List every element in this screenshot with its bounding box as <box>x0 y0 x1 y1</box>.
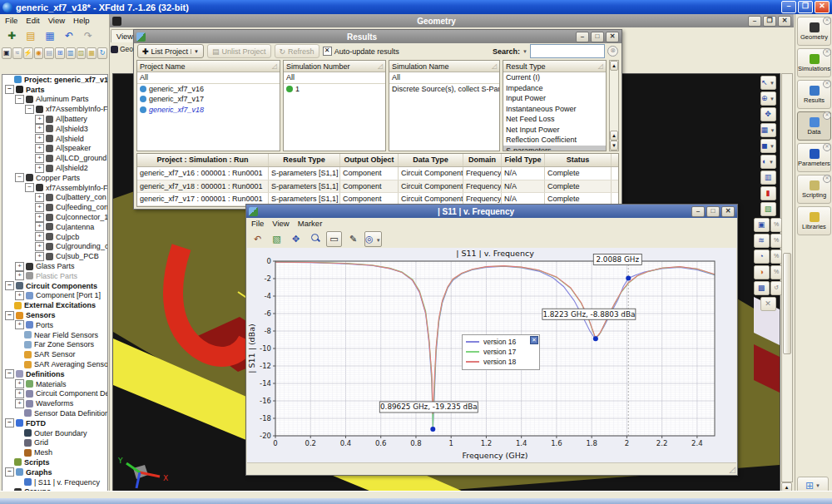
tree-item[interactable]: −xf7AssemblyInfo-Free... <box>2 183 107 193</box>
legend-close-icon[interactable]: ✕ <box>530 336 538 344</box>
sync-module-icon[interactable]: ↻ <box>97 47 107 59</box>
grid-toggle-icon[interactable]: ▩ <box>754 281 770 295</box>
tree-item[interactable]: +Materials <box>2 379 107 389</box>
tree-item[interactable]: +Cu|pcb <box>2 232 107 242</box>
tree-item[interactable]: +Waveforms <box>2 398 107 408</box>
tree-item[interactable]: +Glass Parts <box>2 261 107 271</box>
list-project-button[interactable]: ✚ List Project ▼ <box>137 44 204 58</box>
expand-icon[interactable]: + <box>15 271 24 280</box>
table-header-cell[interactable]: Project : Simulation : Run <box>137 154 269 166</box>
marker-point[interactable] <box>430 427 435 432</box>
tree-item[interactable]: −Copper Parts <box>2 173 107 183</box>
geometry-minimize-button[interactable]: – <box>748 16 761 27</box>
rect-zoom-icon[interactable]: ▭ <box>326 231 342 247</box>
filter-list-item[interactable]: generic_xf7_v16 <box>137 84 280 95</box>
tree-item[interactable]: +Al|speaker <box>2 144 107 154</box>
pan-plot-icon[interactable]: ✥ <box>288 231 304 247</box>
results-maximize-button[interactable]: □ <box>591 32 604 42</box>
tree-item[interactable]: −Parts <box>2 85 107 95</box>
sensors-module-icon[interactable]: ◉ <box>34 47 44 59</box>
tree-item[interactable]: +Al|shield2 <box>2 163 107 173</box>
zoom-plot-icon[interactable] <box>307 231 323 247</box>
dock-tab-libraries[interactable]: Libraries <box>797 206 831 235</box>
chevron-down-icon[interactable]: ▼ <box>191 49 199 54</box>
geometry-visibility-icon[interactable]: ▣ <box>754 218 770 232</box>
annotate-pencil-icon[interactable]: ✎ <box>345 231 361 247</box>
tree-item[interactable]: +Cu|feeding_conn... <box>2 202 107 212</box>
plot-minimize-button[interactable]: – <box>691 206 705 217</box>
filter-list-item[interactable]: Reflection Coefficient <box>503 135 606 146</box>
redo-icon[interactable]: ↷ <box>80 28 97 45</box>
expand-icon[interactable]: + <box>35 252 44 261</box>
filter-list-item[interactable]: Net Feed Loss <box>503 114 606 125</box>
dock-tab-parameters[interactable]: Parameters✕ <box>797 143 831 172</box>
expand-icon[interactable]: + <box>15 262 24 271</box>
tree-item[interactable]: +Component [Port 1] <box>2 291 107 301</box>
export-image-icon[interactable]: ▧ <box>269 231 285 247</box>
filter-scrollbar[interactable]: ▴▴▾ <box>609 60 619 151</box>
collapse-icon[interactable]: − <box>5 369 14 378</box>
dock-tab-results[interactable]: Results✕ <box>797 80 831 109</box>
dock-tab-simulations[interactable]: Simulations✕ <box>797 48 831 77</box>
expand-icon[interactable]: + <box>35 154 44 163</box>
circuit-module-icon[interactable]: ≈ <box>12 47 22 59</box>
menu-item-marker[interactable]: Marker <box>298 219 323 230</box>
filter-header[interactable]: Result Type◿ <box>503 61 606 72</box>
filter-header[interactable]: Simulation Number◿ <box>284 61 385 72</box>
filter-list-item[interactable]: All <box>284 72 385 84</box>
results-close-button[interactable]: ✕ <box>606 32 619 42</box>
tree-item[interactable]: −Aluminum Parts <box>2 95 107 105</box>
tree-item[interactable]: Outer Boundary <box>2 428 107 438</box>
excitations-module-icon[interactable]: ⚡ <box>23 47 33 59</box>
table-header-cell[interactable]: Domain <box>463 154 502 166</box>
expand-icon[interactable]: + <box>35 134 44 143</box>
definitions-module-icon[interactable]: ▤ <box>44 47 54 59</box>
filter-list-item[interactable]: All <box>137 72 280 84</box>
results-minimize-button[interactable]: – <box>576 32 589 42</box>
tree-item[interactable]: −Definitions <box>2 369 107 379</box>
scripting-module-icon[interactable]: ▨ <box>77 47 87 59</box>
tree-item[interactable]: Far Zone Sensors <box>2 340 107 350</box>
dock-pin-icon[interactable]: ✕ <box>823 80 831 88</box>
fdtd-module-icon[interactable]: ⊞ <box>55 47 65 59</box>
search-options-icon[interactable]: ▼ <box>522 49 527 54</box>
expand-icon[interactable]: + <box>35 242 44 251</box>
table-header-cell[interactable]: Output Object <box>340 154 399 166</box>
legend-entry[interactable]: version 18 <box>466 357 536 367</box>
filter-list-item[interactable]: 1 <box>284 84 385 95</box>
legend-entry[interactable]: version 16 <box>466 337 536 347</box>
collapse-icon[interactable]: − <box>25 105 34 114</box>
tree-item[interactable]: Grid <box>2 437 107 447</box>
dock-pin-icon[interactable]: ✕ <box>823 143 831 151</box>
table-header-cell[interactable]: Result Type <box>269 154 340 166</box>
new-project-icon[interactable]: ✚ <box>3 28 20 45</box>
scroll-up-icon[interactable]: ▴ <box>610 61 618 71</box>
tree-item[interactable]: +Cu|sub_PCB <box>2 251 107 261</box>
plot-bars-icon[interactable]: ▥ <box>760 170 776 185</box>
filter-list-item[interactable]: Impedance <box>503 83 606 94</box>
expand-icon[interactable]: + <box>15 379 24 388</box>
expand-icon[interactable]: + <box>35 124 44 133</box>
tree-item[interactable]: Scripts <box>2 457 107 467</box>
table-header-cell[interactable]: Field Type <box>502 154 545 166</box>
collapse-icon[interactable]: − <box>15 173 24 182</box>
geometry-close-button[interactable]: ✕ <box>778 16 791 27</box>
tree-item[interactable]: −Sensors <box>2 310 107 320</box>
tree-item[interactable]: +Cu|battery_con <box>2 193 107 203</box>
tree-item[interactable]: Mesh <box>2 447 107 457</box>
refresh-button[interactable]: ↻ Refresh <box>275 44 319 58</box>
unlist-project-button[interactable]: ▤ Unlist Project <box>207 44 271 58</box>
collapse-icon[interactable]: − <box>5 85 14 94</box>
rotate-view-icon[interactable]: ◐ ▼ <box>760 155 776 169</box>
filter-header[interactable]: Simulation Name◿ <box>389 61 499 72</box>
menu-item-file[interactable]: File <box>5 16 17 25</box>
scroll-up-icon[interactable]: ▴ <box>610 131 618 141</box>
table-header-cell[interactable]: Data Type <box>399 154 463 166</box>
tree-item[interactable]: −FDTD <box>2 418 107 428</box>
tree-item[interactable]: +Cu|grounding_co... <box>2 242 107 252</box>
scroll-down-icon[interactable]: ▾ <box>610 141 618 151</box>
tree-item[interactable]: +Al|shield3 <box>2 124 107 134</box>
tree-item[interactable]: +Plastic Parts <box>2 271 107 281</box>
menu-item-file[interactable]: File <box>251 219 264 230</box>
display-mode-icon[interactable]: ◼ ▼ <box>760 139 776 153</box>
